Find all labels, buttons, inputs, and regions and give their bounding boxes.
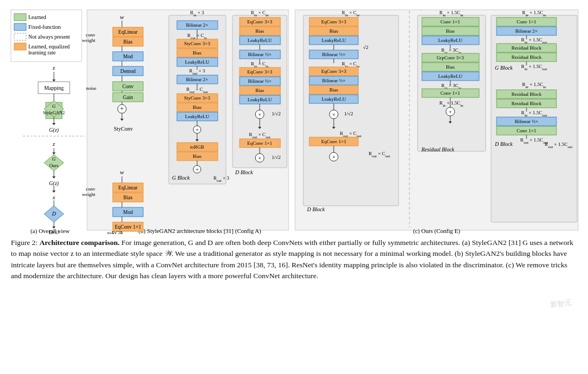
svg-text:z: z xyxy=(52,140,56,147)
svg-text:Mod: Mod xyxy=(123,54,133,59)
svg-rect-8 xyxy=(14,43,26,50)
svg-text:StyleGAN2: StyleGAN2 xyxy=(43,110,65,115)
svg-text:Bias: Bias xyxy=(193,154,201,159)
svg-text:1/√2: 1/√2 xyxy=(344,111,353,117)
svg-text:Bias: Bias xyxy=(329,28,338,34)
svg-text:Bilinear 2×: Bilinear 2× xyxy=(186,77,209,82)
svg-text:Conv 1×1: Conv 1×1 xyxy=(440,90,460,96)
svg-text:Learned, equalized: Learned, equalized xyxy=(28,44,70,50)
svg-text:Bias: Bias xyxy=(446,28,455,34)
diagram-container: Learned Fixed-function Not always presen… xyxy=(7,5,581,234)
svg-text:Conv 1×1: Conv 1×1 xyxy=(440,19,460,24)
svg-text:EqConv 3×3: EqConv 3×3 xyxy=(247,69,272,75)
svg-text:EqConv 3×3: EqConv 3×3 xyxy=(321,69,346,74)
svg-text:z: z xyxy=(52,64,56,71)
svg-text:Conv 1×1: Conv 1×1 xyxy=(517,128,536,133)
figure-title: Architecture comparison. xyxy=(40,238,120,247)
svg-text:G Block: G Block xyxy=(495,65,513,71)
svg-text:EqLinear: EqLinear xyxy=(118,29,138,35)
svg-text:noise: noise xyxy=(86,85,96,91)
svg-text:Bilinear ½×: Bilinear ½× xyxy=(514,119,538,124)
svg-text:(b) StyleGAN2 architecture blo: (b) StyleGAN2 architecture blocks [31] (… xyxy=(138,228,261,234)
svg-text:conv: conv xyxy=(86,186,96,192)
svg-text:LeakyReLU: LeakyReLU xyxy=(248,97,272,102)
svg-text:StyConv 3×3: StyConv 3×3 xyxy=(184,95,210,101)
svg-text:×: × xyxy=(258,155,261,161)
svg-text:1/√2: 1/√2 xyxy=(272,111,280,117)
svg-text:weight: weight xyxy=(82,192,96,197)
svg-text:w: w xyxy=(120,169,124,175)
svg-text:Gain: Gain xyxy=(123,95,133,100)
svg-text:Bilinear ½×: Bilinear ½× xyxy=(248,78,271,84)
svg-text:Ours: Ours xyxy=(50,163,59,168)
svg-text:Bias: Bias xyxy=(329,87,338,93)
svg-text:Not always present: Not always present xyxy=(28,34,70,40)
figure-number: Figure 2: xyxy=(11,238,38,247)
svg-text:toRGB: toRGB xyxy=(107,230,123,234)
svg-text:Residual Block: Residual Block xyxy=(421,146,455,152)
svg-text:D Block: D Block xyxy=(307,206,325,212)
svg-text:+: + xyxy=(195,126,199,133)
svg-text:G Block: G Block xyxy=(172,175,190,181)
svg-text:LeakyReLU: LeakyReLU xyxy=(322,38,346,43)
svg-text:(c) Ours (Config E): (c) Ours (Config E) xyxy=(413,228,461,234)
svg-text:×: × xyxy=(332,154,335,160)
svg-text:EqConv 1×1: EqConv 1×1 xyxy=(321,139,346,144)
svg-text:EqConv 3×3: EqConv 3×3 xyxy=(321,19,346,24)
svg-text:G(z): G(z) xyxy=(49,180,59,187)
svg-text:GrpConv 3×3: GrpConv 3×3 xyxy=(437,55,464,60)
svg-text:StyConv 3×3: StyConv 3×3 xyxy=(184,41,210,46)
caption-text: Figure 2: Architecture comparison. For i… xyxy=(11,237,577,281)
svg-text:toRGB: toRGB xyxy=(190,144,204,150)
svg-rect-4 xyxy=(14,23,26,30)
svg-text:Bias: Bias xyxy=(255,28,264,34)
svg-text:Residual Block: Residual Block xyxy=(511,91,542,97)
svg-text:w: w xyxy=(120,14,124,20)
svg-text:Bias: Bias xyxy=(193,105,201,110)
svg-text:Conv: Conv xyxy=(122,84,134,89)
svg-text:Conv 1×1: Conv 1×1 xyxy=(517,19,536,24)
svg-text:Residual Block: Residual Block xyxy=(511,101,542,106)
svg-text:D Block: D Block xyxy=(235,169,253,175)
svg-text:Residual Block: Residual Block xyxy=(511,45,542,51)
svg-text:Bilinear ½×: Bilinear ½× xyxy=(248,52,271,57)
svg-text:LeakyReLU: LeakyReLU xyxy=(322,96,346,102)
svg-text:LeakyReLU: LeakyReLU xyxy=(185,114,210,119)
svg-text:D: D xyxy=(51,211,56,217)
figure-caption: Figure 2: Architecture comparison. For i… xyxy=(7,234,581,281)
svg-text:+: + xyxy=(195,166,199,173)
svg-text:(a) Overall view: (a) Overall view xyxy=(30,228,70,234)
svg-text:learning rate: learning rate xyxy=(28,50,56,56)
svg-text:Mapping: Mapping xyxy=(44,85,64,91)
svg-text:LeakyReLU: LeakyReLU xyxy=(438,73,463,79)
svg-text:Bilinear 2×: Bilinear 2× xyxy=(516,28,538,34)
svg-text:Bilinear 2×: Bilinear 2× xyxy=(186,22,209,28)
svg-text:LeakyReLU: LeakyReLU xyxy=(438,38,463,43)
svg-text:×: × xyxy=(332,112,335,118)
svg-text:Bias: Bias xyxy=(124,39,133,45)
architecture-diagram: Learned Fixed-function Not always presen… xyxy=(7,5,581,234)
svg-rect-6 xyxy=(14,33,26,40)
svg-text:LeakyReLU: LeakyReLU xyxy=(185,59,210,65)
svg-text:+: + xyxy=(120,105,124,113)
svg-text:x: x xyxy=(52,194,56,200)
svg-text:D Block: D Block xyxy=(494,141,513,147)
svg-text:Bias: Bias xyxy=(446,64,455,70)
svg-text:Bias: Bias xyxy=(193,50,201,56)
svg-text:Bilinear ½×: Bilinear ½× xyxy=(322,52,345,57)
svg-text:G: G xyxy=(52,103,56,109)
page: Learned Fixed-function Not always presen… xyxy=(0,0,588,374)
svg-text:Bilinear ½×: Bilinear ½× xyxy=(322,78,345,83)
svg-text:Bias: Bias xyxy=(255,88,264,93)
svg-text:G(z): G(z) xyxy=(49,127,59,133)
svg-text:weight: weight xyxy=(82,38,96,43)
svg-text:EqLinear: EqLinear xyxy=(118,185,138,191)
watermark: 新智元 xyxy=(550,298,572,309)
svg-text:Mod: Mod xyxy=(123,210,133,215)
svg-text:Learned: Learned xyxy=(28,14,46,20)
svg-text:Bias: Bias xyxy=(124,195,133,200)
svg-text:conv: conv xyxy=(86,32,96,38)
svg-text:Fixed-function: Fixed-function xyxy=(28,24,60,30)
svg-rect-2 xyxy=(14,14,26,21)
svg-text:StyConv: StyConv xyxy=(114,126,133,132)
